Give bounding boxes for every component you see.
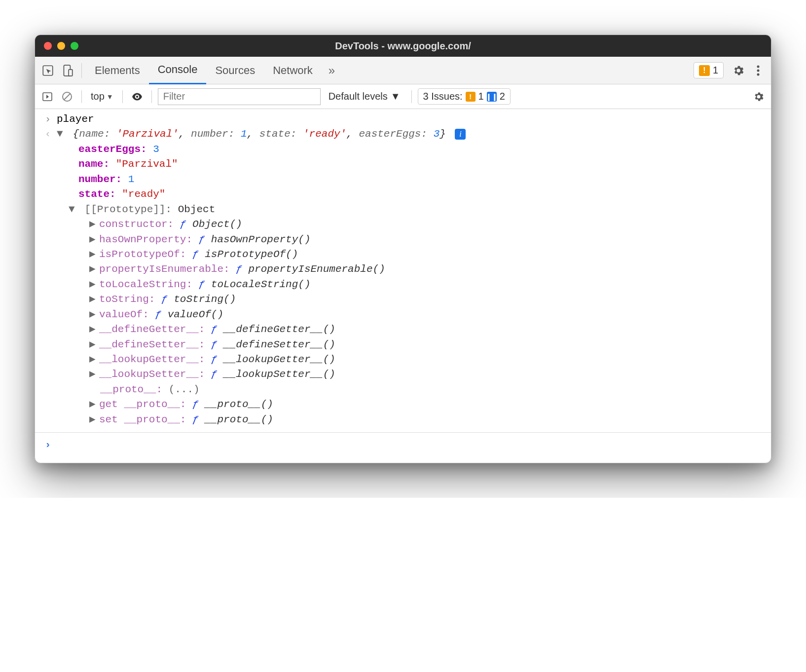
close-window-button[interactable] bbox=[44, 42, 52, 50]
separator bbox=[122, 90, 123, 103]
expand-toggle-icon[interactable]: ▶ bbox=[89, 322, 99, 337]
issues-info-count: 2 bbox=[500, 91, 505, 102]
log-levels-selector[interactable]: Default levels ▼ bbox=[324, 91, 405, 102]
device-toolbar-icon[interactable] bbox=[58, 61, 77, 80]
kebab-menu-icon[interactable] bbox=[748, 61, 768, 80]
console-prompt-row[interactable]: › bbox=[35, 432, 771, 462]
expand-toggle-icon[interactable]: ▼ bbox=[69, 202, 78, 217]
info-icon[interactable]: i bbox=[455, 129, 466, 140]
live-expression-icon[interactable] bbox=[129, 88, 146, 105]
input-chevron-icon: › bbox=[41, 112, 55, 127]
expand-toggle-icon[interactable]: ▶ bbox=[89, 352, 99, 367]
warning-icon: ! bbox=[466, 92, 476, 102]
separator bbox=[411, 90, 412, 103]
proto-method-row[interactable]: ▶toString: ƒ toString() bbox=[35, 292, 771, 307]
chevron-down-icon: ▼ bbox=[391, 91, 401, 102]
issues-label: 3 Issues: bbox=[423, 91, 463, 102]
filter-input[interactable] bbox=[158, 88, 321, 105]
console-settings-gear-icon[interactable] bbox=[750, 88, 767, 105]
chevron-down-icon: ▼ bbox=[107, 93, 113, 101]
expand-toggle-icon[interactable]: ▶ bbox=[89, 367, 99, 382]
titlebar: DevTools - www.google.com/ bbox=[35, 35, 771, 57]
devtools-window: DevTools - www.google.com/ Elements Cons… bbox=[35, 35, 771, 463]
svg-point-5 bbox=[757, 73, 760, 75]
proto-method-row[interactable]: ▶toLocaleString: ƒ toLocaleString() bbox=[35, 277, 771, 292]
svg-point-4 bbox=[757, 69, 760, 72]
prop-row[interactable]: number: 1 bbox=[35, 172, 771, 187]
console-output-row[interactable]: ‹ ▼ {name: 'Parzival', number: 1, state:… bbox=[35, 127, 771, 142]
clear-console-icon[interactable] bbox=[59, 88, 75, 105]
toggle-sidebar-icon[interactable] bbox=[39, 88, 56, 105]
proto-method-row[interactable]: ▶propertyIsEnumerable: ƒ propertyIsEnume… bbox=[35, 262, 771, 277]
output-chevron-icon: ‹ bbox=[41, 127, 55, 142]
traffic-lights bbox=[35, 42, 78, 50]
proto-method-row[interactable]: ▶__lookupGetter__: ƒ __lookupGetter__() bbox=[35, 352, 771, 367]
settings-gear-icon[interactable] bbox=[729, 61, 748, 80]
expand-toggle-icon[interactable]: ▼ bbox=[57, 127, 67, 142]
proto-method-row[interactable]: ▶__lookupSetter__: ƒ __lookupSetter__() bbox=[35, 367, 771, 382]
tab-console[interactable]: Console bbox=[149, 57, 207, 84]
main-tabbar: Elements Console Sources Network » ! 1 bbox=[35, 57, 771, 84]
svg-rect-2 bbox=[69, 69, 73, 75]
window-title: DevTools - www.google.com/ bbox=[35, 40, 771, 52]
proto-method-row[interactable]: ▶set __proto__: ƒ __proto__() bbox=[35, 412, 771, 427]
tab-sources[interactable]: Sources bbox=[206, 57, 264, 84]
tab-network[interactable]: Network bbox=[264, 57, 322, 84]
console-input-row: › player bbox=[35, 112, 771, 127]
issues-badge[interactable]: 3 Issues: ! 1 ❙❙ 2 bbox=[418, 88, 511, 105]
expand-toggle-icon[interactable]: ▶ bbox=[89, 337, 99, 352]
proto-method-row[interactable]: ▶__defineSetter__: ƒ __defineSetter__() bbox=[35, 337, 771, 352]
separator bbox=[81, 63, 82, 78]
context-label: top bbox=[91, 91, 105, 102]
expand-toggle-icon[interactable]: ▶ bbox=[89, 232, 99, 247]
proto-method-row[interactable]: ▶__defineGetter__: ƒ __defineGetter__() bbox=[35, 322, 771, 337]
expand-toggle-icon[interactable]: ▶ bbox=[89, 412, 99, 427]
separator bbox=[81, 90, 82, 103]
object-summary[interactable]: ▼ {name: 'Parzival', number: 1, state: '… bbox=[55, 127, 765, 142]
expand-toggle-icon[interactable]: ▶ bbox=[89, 247, 99, 262]
expand-toggle-icon[interactable]: ▶ bbox=[89, 397, 99, 412]
separator bbox=[151, 90, 152, 103]
prop-row[interactable]: name: "Parzival" bbox=[35, 157, 771, 172]
info-icon: ❙❙ bbox=[487, 92, 497, 102]
warnings-count: 1 bbox=[713, 65, 718, 76]
expand-toggle-icon[interactable]: ▶ bbox=[89, 217, 99, 232]
expand-toggle-icon[interactable]: ▶ bbox=[89, 262, 99, 277]
warning-icon: ! bbox=[699, 65, 710, 76]
proto-method-row[interactable]: ▶hasOwnProperty: ƒ hasOwnProperty() bbox=[35, 232, 771, 247]
issues-warn-count: 1 bbox=[478, 91, 484, 102]
proto-accessor-row[interactable]: __proto__: (...) bbox=[35, 382, 771, 397]
tabs-overflow-button[interactable]: » bbox=[322, 64, 342, 77]
levels-label: Default levels bbox=[329, 91, 388, 102]
expand-toggle-icon[interactable]: ▶ bbox=[89, 292, 99, 307]
prop-row[interactable]: state: "ready" bbox=[35, 187, 771, 202]
execution-context-selector[interactable]: top ▼ bbox=[88, 91, 116, 102]
proto-method-row[interactable]: ▶constructor: ƒ Object() bbox=[35, 217, 771, 232]
maximize-window-button[interactable] bbox=[71, 42, 78, 50]
svg-point-3 bbox=[757, 65, 760, 68]
warnings-badge[interactable]: ! 1 bbox=[694, 62, 724, 78]
tab-elements[interactable]: Elements bbox=[86, 57, 149, 84]
svg-point-8 bbox=[136, 95, 138, 97]
console-body: › player ‹ ▼ {name: 'Parzival', number: … bbox=[35, 109, 771, 463]
minimize-window-button[interactable] bbox=[57, 42, 65, 50]
expand-toggle-icon[interactable]: ▶ bbox=[89, 307, 99, 322]
console-prompt-input[interactable] bbox=[55, 438, 765, 452]
proto-method-row[interactable]: ▶valueOf: ƒ valueOf() bbox=[35, 307, 771, 322]
inspect-element-icon[interactable] bbox=[38, 61, 58, 80]
expand-toggle-icon[interactable]: ▶ bbox=[89, 277, 99, 292]
proto-method-row[interactable]: ▶get __proto__: ƒ __proto__() bbox=[35, 397, 771, 412]
proto-method-row[interactable]: ▶isPrototypeOf: ƒ isPrototypeOf() bbox=[35, 247, 771, 262]
input-expression: player bbox=[55, 112, 765, 127]
prop-row[interactable]: easterEggs: 3 bbox=[35, 142, 771, 157]
console-toolbar: top ▼ Default levels ▼ 3 Issues: ! 1 ❙❙ … bbox=[35, 84, 771, 109]
prototype-row[interactable]: ▼ [[Prototype]]: Object bbox=[35, 202, 771, 217]
prompt-chevron-icon: › bbox=[41, 438, 55, 452]
